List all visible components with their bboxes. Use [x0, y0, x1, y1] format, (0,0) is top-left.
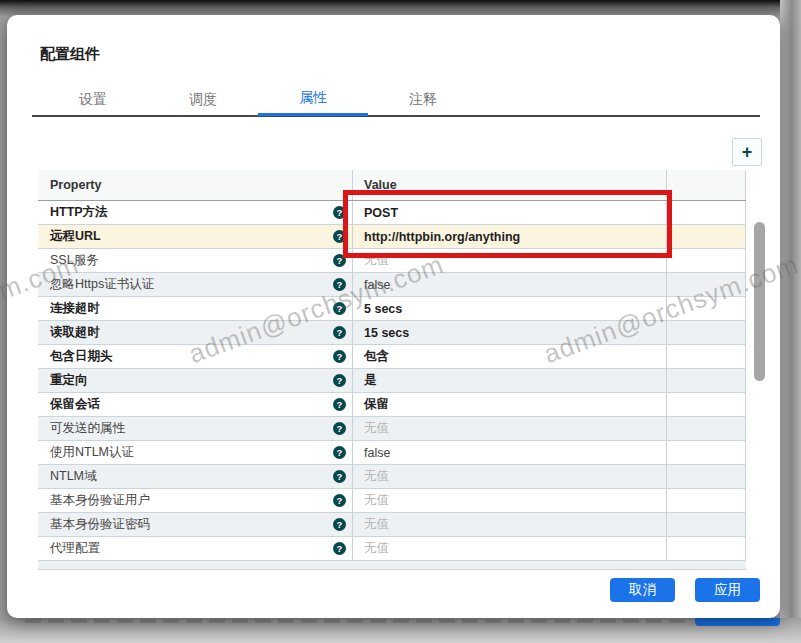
property-name: 保留会话	[50, 396, 100, 413]
empty-cell	[666, 369, 746, 392]
scrollbar-thumb[interactable]	[754, 222, 765, 381]
cancel-button[interactable]: 取消	[610, 578, 675, 602]
property-value: POST	[364, 206, 398, 220]
clipped-row	[38, 561, 746, 570]
window-top-edge	[0, 0, 801, 16]
help-icon[interactable]: ?	[333, 494, 346, 507]
help-icon[interactable]: ?	[333, 446, 346, 459]
property-value: 保留	[364, 396, 389, 413]
property-cell: 代理配置 ?	[38, 537, 352, 560]
property-value-cell[interactable]: 无值	[352, 249, 666, 272]
property-cell: HTTP方法 ?	[38, 201, 352, 224]
table-row[interactable]: 基本身份验证用户 ? 无值	[38, 489, 746, 513]
help-icon[interactable]: ?	[333, 542, 346, 555]
empty-cell	[666, 417, 746, 440]
table-row[interactable]: 连接超时 ? 5 secs	[38, 297, 746, 321]
help-icon[interactable]: ?	[333, 350, 346, 363]
table-row[interactable]: 使用NTLM认证 ? false	[38, 441, 746, 465]
help-icon[interactable]: ?	[333, 254, 346, 267]
table-row[interactable]: 远程URL ? http://httpbin.org/anything	[38, 225, 746, 249]
background-grid-fragment	[25, 619, 690, 623]
help-icon[interactable]: ?	[333, 302, 346, 315]
property-cell: 基本身份验证密码 ?	[38, 513, 352, 536]
apply-button[interactable]: 应用	[695, 578, 760, 602]
property-value-cell[interactable]: 无值	[352, 417, 666, 440]
help-icon[interactable]: ?	[333, 326, 346, 339]
table-row[interactable]: NTLM域 ? 无值	[38, 465, 746, 489]
property-value-cell[interactable]: 无值	[352, 513, 666, 536]
property-value-cell[interactable]: 无值	[352, 465, 666, 488]
property-value: false	[364, 446, 390, 460]
property-name: HTTP方法	[50, 204, 108, 221]
empty-cell	[666, 345, 746, 368]
property-cell: 连接超时 ?	[38, 297, 352, 320]
help-icon[interactable]: ?	[333, 374, 346, 387]
window-right-edge	[780, 0, 801, 643]
table-header: Property Value	[38, 170, 746, 201]
empty-cell	[666, 513, 746, 536]
plus-icon: +	[742, 143, 753, 161]
property-name: 远程URL	[50, 228, 101, 245]
property-value-cell[interactable]: 5 secs	[352, 297, 666, 320]
add-property-button[interactable]: +	[732, 138, 762, 166]
property-cell: 包含日期头 ?	[38, 345, 352, 368]
table-row[interactable]: 保留会话 ? 保留	[38, 393, 746, 417]
property-value-cell[interactable]: 保留	[352, 393, 666, 416]
property-value-cell[interactable]: 无值	[352, 489, 666, 512]
empty-cell	[666, 393, 746, 416]
table-row[interactable]: SSL服务 ? 无值	[38, 249, 746, 273]
help-icon[interactable]: ?	[333, 422, 346, 435]
tab-comments[interactable]: 注释	[368, 83, 478, 116]
property-cell: SSL服务 ?	[38, 249, 352, 272]
help-icon[interactable]: ?	[333, 278, 346, 291]
help-icon[interactable]: ?	[333, 518, 346, 531]
help-icon[interactable]: ?	[333, 230, 346, 243]
property-value-cell[interactable]: POST	[352, 201, 666, 224]
property-value-cell[interactable]: 15 secs	[352, 321, 666, 344]
property-value-cell[interactable]: false	[352, 273, 666, 296]
tab-settings[interactable]: 设置	[38, 83, 148, 116]
table-row[interactable]: 忽略Https证书认证 ? false	[38, 273, 746, 297]
empty-cell	[666, 249, 746, 272]
help-icon[interactable]: ?	[333, 398, 346, 411]
property-value-cell[interactable]: 是	[352, 369, 666, 392]
table-row[interactable]: 可发送的属性 ? 无值	[38, 417, 746, 441]
property-value-cell[interactable]: 包含	[352, 345, 666, 368]
column-header-property: Property	[38, 170, 352, 200]
empty-cell	[666, 441, 746, 464]
help-icon[interactable]: ?	[333, 206, 346, 219]
table-row[interactable]: HTTP方法 ? POST	[38, 201, 746, 225]
property-cell: 基本身份验证用户 ?	[38, 489, 352, 512]
property-name: 可发送的属性	[50, 420, 125, 437]
table-body: HTTP方法 ? POST 远程URL ? http://httpbin.org…	[38, 201, 768, 561]
empty-cell	[666, 201, 746, 224]
empty-cell	[666, 297, 746, 320]
property-name: NTLM域	[50, 468, 97, 485]
property-name: 基本身份验证用户	[50, 492, 150, 509]
property-value: 无值	[364, 516, 389, 533]
empty-cell	[666, 273, 746, 296]
property-value-cell[interactable]: http://httpbin.org/anything	[352, 225, 666, 248]
table-row[interactable]: 读取超时 ? 15 secs	[38, 321, 746, 345]
property-value: http://httpbin.org/anything	[364, 230, 520, 244]
table-row[interactable]: 基本身份验证密码 ? 无值	[38, 513, 746, 537]
property-cell: 读取超时 ?	[38, 321, 352, 344]
property-cell: 可发送的属性 ?	[38, 417, 352, 440]
table-row[interactable]: 代理配置 ? 无值	[38, 537, 746, 561]
table-row[interactable]: 包含日期头 ? 包含	[38, 345, 746, 369]
help-icon[interactable]: ?	[333, 470, 346, 483]
property-name: 重定向	[50, 372, 88, 389]
property-value: 是	[364, 372, 377, 389]
tab-scheduling[interactable]: 调度	[148, 83, 258, 116]
configure-component-dialog: 配置组件 设置 调度 属性 注释 + Property Value HTTP方法…	[7, 15, 780, 618]
tab-properties[interactable]: 属性	[258, 83, 368, 116]
property-value-cell[interactable]: false	[352, 441, 666, 464]
property-value: 无值	[364, 540, 389, 557]
background-button-fragment	[695, 618, 780, 626]
property-name: 连接超时	[50, 300, 100, 317]
property-value: 无值	[364, 252, 389, 269]
dialog-title: 配置组件	[40, 45, 100, 64]
property-cell: 保留会话 ?	[38, 393, 352, 416]
table-row[interactable]: 重定向 ? 是	[38, 369, 746, 393]
property-value-cell[interactable]: 无值	[352, 537, 666, 560]
